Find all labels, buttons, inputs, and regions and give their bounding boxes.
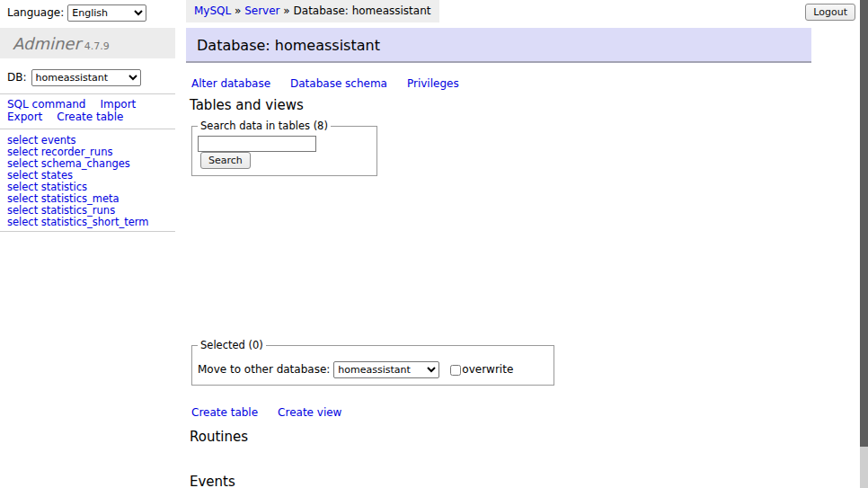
vertical-scrollbar[interactable] (860, 0, 868, 488)
create-link[interactable]: Create view (278, 406, 341, 419)
search-fieldset: Search data in tables (8) Search (191, 120, 377, 176)
adminer-brand: Adminer4.7.9 (0, 28, 175, 58)
database-action-link[interactable]: Privileges (407, 77, 459, 90)
sidebar-action-link[interactable]: Export (7, 111, 42, 123)
sidebar-actions-row2: ExportCreate table (7, 111, 173, 124)
breadcrumb-link[interactable]: Server (244, 4, 279, 17)
create-link[interactable]: Create table (191, 406, 258, 419)
move-row: Move to other database:homeassistantover… (198, 361, 548, 378)
sidebar-action-link[interactable]: SQL command (7, 98, 85, 111)
overwrite-checkbox[interactable] (450, 365, 461, 376)
sidebar-table-links: select eventsselect recorder_runsselect … (7, 135, 173, 228)
move-label: Move to other database: (198, 363, 330, 376)
tables-heading: Tables and views (190, 97, 304, 113)
db-select[interactable]: homeassistant (31, 69, 141, 86)
language-row: Language:English (7, 4, 146, 22)
search-input[interactable] (198, 136, 316, 152)
scrollbar-thumb[interactable] (860, 0, 868, 447)
routines-heading: Routines (190, 429, 248, 445)
search-legend: Search data in tables (8) (198, 120, 331, 132)
sidebar-divider (0, 129, 175, 129)
sidebar-actions: SQL commandImport ExportCreate table (7, 99, 173, 123)
language-select[interactable]: English (67, 4, 146, 22)
selected-legend: Selected (0) (198, 339, 266, 351)
database-action-link[interactable]: Alter database (191, 77, 270, 90)
breadcrumb-separator: » (280, 4, 294, 17)
search-button[interactable]: Search (200, 152, 251, 169)
page-title: Database: homeassistant (186, 28, 811, 63)
database-action-link[interactable]: Database schema (290, 77, 387, 90)
breadcrumb-separator: » (231, 4, 244, 17)
sidebar-actions-row1: SQL commandImport (7, 99, 173, 111)
sidebar-select-link[interactable]: select statistics_short_term (7, 217, 173, 228)
breadcrumb-current: Database: homeassistant (294, 4, 431, 17)
sidebar-action-link[interactable]: Create table (57, 111, 123, 123)
brand-version: 4.7.9 (84, 40, 110, 52)
events-heading: Events (190, 474, 235, 488)
create-links: Create tableCreate view (191, 406, 361, 419)
breadcrumb-link[interactable]: MySQL (194, 4, 231, 17)
db-label: DB: (7, 71, 27, 84)
breadcrumb: MySQL » Server » Database: homeassistant (186, 0, 439, 22)
move-db-select[interactable]: homeassistant (333, 361, 439, 378)
db-selector-row: DB:homeassistant (7, 69, 141, 86)
sidebar-divider (0, 93, 175, 94)
brand-name: Adminer (13, 34, 81, 53)
database-links: Alter databaseDatabase schemaPrivileges (191, 77, 479, 90)
sidebar-action-link[interactable]: Import (100, 98, 136, 111)
selected-fieldset: Selected (0) Move to other database:home… (191, 339, 554, 386)
logout-button[interactable]: Logout (805, 4, 855, 21)
language-label: Language: (7, 6, 64, 19)
sidebar-divider (0, 231, 175, 232)
overwrite-label: overwrite (462, 363, 513, 376)
